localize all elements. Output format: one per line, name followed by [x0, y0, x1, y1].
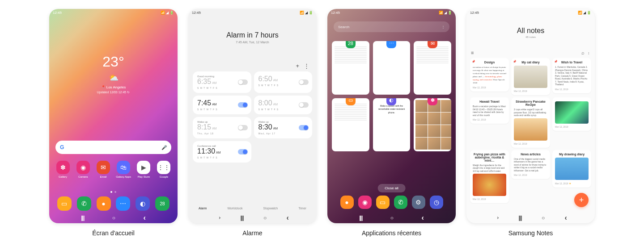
app-gallery[interactable]: ✽ Gallery [54, 161, 72, 178]
alarm-toggle[interactable] [299, 125, 309, 130]
dock-app[interactable]: ● [94, 196, 114, 211]
status-bar: 12:45 📶 ◢ 🔋 [188, 9, 317, 16]
nav-recents-button[interactable] [518, 215, 521, 221]
more-button[interactable]: ⋮ [304, 62, 309, 69]
google-search-bar[interactable]: G 🎤 [55, 141, 171, 154]
alarm-toggle[interactable] [299, 79, 309, 85]
note-date: Mar 12, 2019 ★ [555, 182, 589, 185]
nav-recents-button[interactable] [240, 215, 243, 221]
recent-app-card[interactable]: ⋯ [373, 41, 411, 95]
nav-back-button[interactable] [143, 214, 145, 222]
status-icons: 📶 ◢ 🔋 [161, 11, 174, 15]
notes-header: All notes 48 notes [466, 27, 595, 38]
recent-app-card[interactable]: 28 [332, 41, 369, 95]
note-date: Mar 12, 2019 [473, 198, 506, 200]
alarm-toggle[interactable] [299, 102, 309, 108]
note-card[interactable]: Mar 12, 2019 [552, 97, 591, 131]
dock-app[interactable]: ◉ [358, 196, 372, 209]
note-card[interactable]: My drawing diaryMar 12, 2019 ★ [552, 150, 591, 188]
recent-app-card[interactable]: ◐ Make a splash with the remarkable wate… [373, 98, 411, 152]
dock-app[interactable]: ⋯ [113, 196, 133, 211]
nav-expand-button[interactable]: ⌃ [215, 216, 221, 220]
app-galaxy apps[interactable]: 🛍 Galaxy Apps [114, 161, 133, 178]
alarm-header: Alarm in 7 hours 7:45 AM, Tue, 12 March [188, 31, 317, 44]
note-card[interactable]: Hawaii TravelBook a vacation package to … [470, 97, 509, 124]
recent-app-card[interactable]: ✉ [414, 41, 451, 95]
alarm-card[interactable]: 6:50AM S M T W T F S [254, 71, 313, 93]
alarm-card[interactable]: 7:45AM S M T W T F S [193, 96, 251, 114]
alarm-toggle[interactable] [238, 102, 248, 108]
dock-app[interactable]: ✆ [394, 196, 407, 209]
nav-home-button[interactable] [263, 215, 267, 221]
alarm-toggle[interactable] [238, 125, 248, 130]
weather-widget[interactable]: 23° ⛅ 📍 Los Angeles Updated 12/03 12:45 … [49, 54, 178, 94]
note-card[interactable]: News articlesOne of the biggest social m… [511, 150, 550, 179]
tab-alarm[interactable]: Alarm [199, 207, 207, 210]
nav-home-button[interactable] [112, 215, 115, 221]
alarm-card[interactable]: Conference call 11:30AM S M T W T F S [193, 141, 251, 162]
app-email[interactable]: ✉ Email [94, 161, 112, 178]
nav-back-button[interactable] [286, 214, 288, 222]
more-icon[interactable]: ⋮ [441, 25, 445, 29]
nav-back-button[interactable] [564, 214, 567, 222]
app-icon: ▭ [57, 196, 72, 211]
tab-worldclock[interactable]: Worldclock [227, 207, 242, 210]
note-date: Mar 12, 2019 [555, 88, 589, 91]
note-card[interactable]: 📌Designon notion of future of design key… [470, 58, 509, 92]
nav-bar: ⌃ [466, 212, 595, 223]
app-play store[interactable]: ▶ Play Store [135, 161, 153, 178]
dock-app[interactable]: ● [340, 196, 354, 209]
alarm-card[interactable]: 8:00AM S M T W T F S [254, 96, 313, 114]
app-icon: ✉ [97, 161, 110, 174]
mic-icon[interactable]: 🎤 [161, 145, 167, 150]
tab-stopwatch[interactable]: Stopwatch [263, 207, 278, 210]
recent-app-card[interactable]: ✽ [414, 98, 451, 152]
dock-app[interactable]: ▭ [376, 196, 390, 209]
note-thumbnail [514, 118, 547, 141]
weather-icon: ⛅ [109, 73, 119, 83]
alarm-toggle[interactable] [238, 149, 248, 154]
nav-expand-button[interactable]: ⌃ [493, 216, 500, 220]
home-screen: 12:45 📶 ◢ 🔋 23° ⛅ 📍 Los Angeles Updated … [49, 9, 178, 223]
recent-app-icon: ✽ [428, 98, 437, 105]
note-card[interactable]: 📌Wish to Travel1. Forest in Manitoba, Ca… [552, 58, 591, 93]
more-icon[interactable]: ⋮ [587, 50, 590, 55]
close-all-button[interactable]: Close all [377, 184, 406, 192]
nav-back-button[interactable] [421, 214, 424, 222]
recents-search-bar[interactable]: Search ⋮ [334, 21, 449, 32]
search-icon[interactable]: ⌕ [581, 50, 585, 55]
dock-app[interactable]: ⚙ [412, 196, 425, 209]
status-bar: 12:45 📶 ◢ 🔋 [327, 9, 456, 16]
alarm-card[interactable]: Good morning 6:35AM S M T W T F S [193, 71, 251, 93]
note-card[interactable]: Frying pan pizza with aubergine, ricotta… [470, 150, 509, 204]
dock-app[interactable]: ◐ [133, 196, 153, 211]
app-camera[interactable]: ◉ Camera [74, 161, 92, 178]
dock-app[interactable]: ▭ [55, 196, 74, 211]
page-indicator[interactable] [49, 191, 178, 193]
note-title: Design [473, 61, 506, 64]
nav-recents-button[interactable] [359, 215, 362, 221]
nav-home-button[interactable] [542, 215, 545, 221]
alarm-screen: 12:45 📶 ◢ 🔋 Alarm in 7 hours 7:45 AM, Tu… [188, 9, 317, 223]
tab-timer[interactable]: Timer [298, 207, 306, 210]
recent-app-card[interactable]: ▭ [332, 98, 369, 152]
add-note-fab[interactable]: + [574, 193, 589, 207]
caption-home: Écran d'accueil [92, 229, 135, 237]
app-google[interactable]: ⋮⋮ Google [155, 161, 173, 178]
dock-app[interactable]: ✆ [74, 196, 94, 211]
weather-updated: Updated 12/03 12:45 ↻ [97, 91, 130, 94]
google-logo-icon: G [60, 144, 64, 150]
menu-icon[interactable]: ≡ [471, 50, 474, 55]
nav-recents-button[interactable] [81, 215, 84, 221]
dock-app[interactable]: 28 [153, 196, 172, 211]
alarm-card[interactable]: Wake up 8:15AM Thu, Apr 18 [193, 117, 251, 138]
note-card[interactable]: Strawberry Pancake Recipe2 cups white su… [511, 97, 550, 148]
add-alarm-button[interactable]: + [296, 62, 299, 69]
recent-app-icon: ▭ [346, 98, 356, 105]
nav-home-button[interactable] [390, 215, 394, 221]
dock-app[interactable]: ◷ [430, 196, 443, 209]
alarm-toggle[interactable] [238, 79, 248, 85]
note-thumbnail [555, 158, 589, 180]
alarm-card[interactable]: Wake up 8:30AM Wed, Apr 17 [254, 117, 313, 138]
note-card[interactable]: 📌My cat diaryMar 12, 2019 [511, 58, 550, 95]
